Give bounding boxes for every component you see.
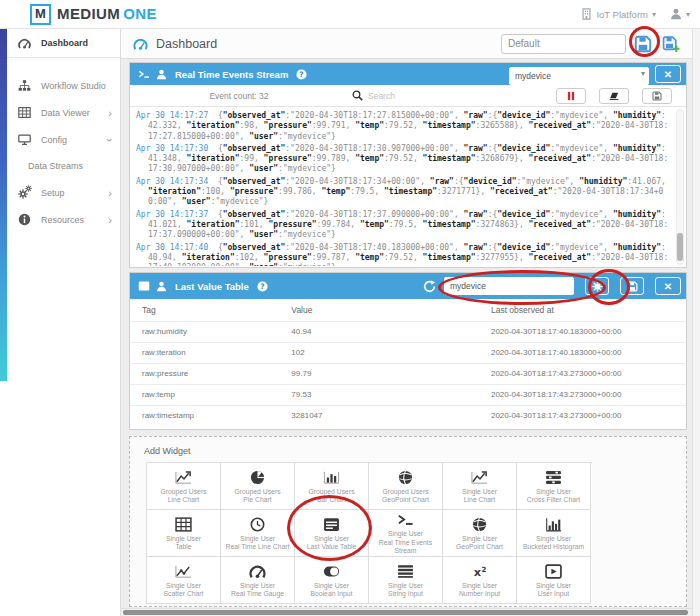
medium-one-logo: M [30, 4, 51, 25]
building-icon [581, 8, 592, 20]
widget-single-user-cross-filter-chart[interactable]: Single UserCross Filter Chart [517, 463, 591, 510]
gauge-icon [18, 37, 31, 50]
monitor-icon [18, 133, 31, 146]
sidebar-item-config[interactable]: Config › [0, 126, 120, 153]
widget-grouped-users-bar-chart[interactable]: Grouped UsersBar Chart [295, 463, 369, 510]
refresh-icon[interactable] [423, 280, 436, 293]
settings-button[interactable] [585, 277, 609, 295]
widget-single-user-user-input[interactable]: Single UserUser Input [517, 557, 591, 604]
widget-single-user-geopoint-chart[interactable]: Single UserGeoPoint Chart [443, 510, 517, 557]
widget-single-user-line-chart[interactable]: Single UserLine Chart [443, 463, 517, 510]
chevron-down-icon: ▾ [652, 10, 656, 19]
value-cell: 79.53 [287, 384, 487, 405]
lvt-device-input[interactable] [444, 277, 574, 295]
widget-grouped-users-pie-chart[interactable]: Grouped UsersPie Chart [221, 463, 295, 510]
platform-label: IoT Platform [596, 9, 648, 20]
sidebar-item-data-streams[interactable]: Data Streams [0, 153, 120, 179]
user-icon [156, 281, 167, 292]
x-squared-icon: x2 [471, 564, 488, 579]
save-widget-button[interactable] [620, 277, 644, 295]
widget-grouped-users-line-chart[interactable]: Grouped UsersLine Chart [147, 463, 221, 510]
value-cell: 102 [287, 342, 487, 363]
svg-text:2: 2 [481, 564, 486, 573]
main-area: Dashboard Real Time Events Stream ? ▾ ✕ … [121, 29, 700, 616]
brand-text: MEDIUMONE [57, 5, 157, 22]
help-icon[interactable]: ? [296, 69, 307, 80]
sidebar-item-resources[interactable]: Resources › [0, 206, 120, 233]
stream-scrollbar-thumb[interactable] [677, 233, 683, 261]
stream-event: Apr 30 14:17:34 {"observed_at":"2020-04-… [136, 177, 670, 208]
widget-single-user-last-value-table[interactable]: Single UserLast Value Table [295, 510, 369, 557]
sidebar-item-label: Data Streams [28, 161, 83, 171]
sitemap-icon [18, 79, 31, 92]
bar-chart-icon [323, 470, 340, 485]
stream-search-input[interactable] [368, 91, 518, 101]
add-widget-section: Add Widget Grouped UsersLine Chart Group… [129, 436, 687, 607]
table-row: raw:pressure 99.79 2020-04-30T18:17:43.2… [130, 363, 686, 384]
value-cell: 40.94 [287, 321, 487, 342]
clear-stream-button[interactable] [599, 88, 629, 104]
add-widget-title: Add Widget [130, 437, 686, 456]
widget-single-user-real-time-events-stream[interactable]: Single UserReal Time Events Stream [369, 510, 443, 557]
observed-cell: 2020-04-30T18:17:43.273000+00:00 [487, 384, 686, 405]
tag-cell: raw:humidity [130, 321, 287, 342]
top-header: M MEDIUMONE IoT Platform ▾ ▾ [0, 0, 700, 29]
widget-single-user-real-time-gauge[interactable]: Single UserReal Time Gauge [221, 557, 295, 604]
sidebar-item-setup[interactable]: Setup › [0, 179, 120, 206]
help-icon[interactable]: ? [257, 281, 268, 292]
observed-cell: 2020-04-30T18:17:43.273000+00:00 [487, 405, 686, 426]
chevron-right-icon: › [108, 188, 112, 198]
widget-single-user-string-input[interactable]: Single UserString Input [369, 557, 443, 604]
column-header: Value [287, 299, 487, 321]
widget-single-user-bucketed-histogram[interactable]: Single UserBucketed Histogram [517, 510, 591, 557]
user-menu[interactable]: ▾ [670, 8, 690, 20]
widget-single-user-boolean-input[interactable]: Single UserBoolean Input [295, 557, 369, 604]
sidebar-item-label: Setup [41, 188, 65, 198]
observed-cell: 2020-04-30T18:17:43.273000+00:00 [487, 363, 686, 384]
stream-device-input[interactable] [509, 67, 649, 85]
widget-grouped-users-geopoint-chart[interactable]: Grouped UsersGeoPoint Chart [369, 463, 443, 510]
widget-single-user-scatter-chart[interactable]: Single UserScatter Chart [147, 557, 221, 604]
sidebar-item-data-viewer[interactable]: Data Viewer › [0, 99, 120, 126]
scatter-chart-icon [175, 564, 192, 579]
export-stream-button[interactable] [642, 88, 672, 104]
export-icon [652, 91, 662, 101]
close-panel-button[interactable]: ✕ [655, 65, 681, 83]
brand-medium: MEDIUM [57, 5, 120, 22]
stream-search [348, 90, 556, 101]
close-panel-button[interactable]: ✕ [655, 277, 681, 295]
floppy-icon [627, 281, 638, 292]
page-horizontal-scrollbar[interactable] [121, 608, 692, 616]
platform-menu[interactable]: IoT Platform ▾ [581, 8, 656, 20]
save-dashboard-button[interactable] [632, 33, 654, 55]
value-cell: 99.79 [287, 363, 487, 384]
event-count: Event count: 32 [130, 91, 348, 101]
value-cell: 3281047 [287, 405, 487, 426]
gear-icon [592, 281, 603, 292]
dashboard-name-input[interactable] [501, 34, 626, 54]
panel-title: Real Time Events Stream [175, 69, 288, 80]
page-title: Dashboard [156, 37, 217, 51]
widget-single-user-table[interactable]: Single UserTable [147, 510, 221, 557]
dashboard-toolbar: Dashboard [121, 29, 692, 59]
floppy-icon [634, 35, 652, 53]
sidebar-item-label: Data Viewer [41, 108, 90, 118]
clock-icon [249, 517, 266, 532]
eraser-icon [609, 91, 619, 101]
page-vertical-scrollbar[interactable] [692, 29, 700, 616]
close-icon: ✕ [664, 281, 672, 292]
cross-filter-icon [545, 470, 562, 485]
sidebar-item-workflow-studio[interactable]: Workflow Studio [0, 72, 120, 99]
widget-single-user-number-input[interactable]: x2 Single UserNumber Input [443, 557, 517, 604]
sidebar-item-dashboard[interactable]: Dashboard [0, 29, 120, 58]
stream-event: Apr 30 14:17:30 {"observed_at":"2020-04-… [136, 144, 670, 175]
table-header-row: Tag Value Last observed at [130, 299, 686, 321]
table-row: raw:timestamp 3281047 2020-04-30T18:17:4… [130, 405, 686, 426]
add-dashboard-button[interactable] [660, 33, 682, 55]
chevron-right-icon: › [108, 108, 112, 118]
observed-cell: 2020-04-30T18:17:40.183000+00:00 [487, 321, 686, 342]
table-row: raw:temp 79.53 2020-04-30T18:17:43.27300… [130, 384, 686, 405]
widget-single-user-real-time-line-chart[interactable]: Single UserReal Time Line Chart [221, 510, 295, 557]
pause-stream-button[interactable] [556, 88, 586, 104]
horizontal-scrollbar-thumb[interactable] [123, 610, 688, 615]
